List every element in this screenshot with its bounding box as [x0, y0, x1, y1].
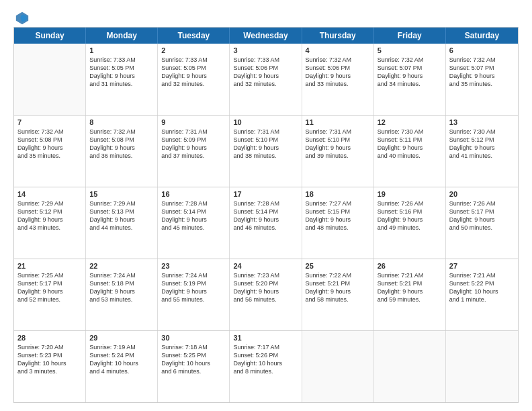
calendar-week: 28Sunrise: 7:20 AMSunset: 5:23 PMDayligh… [14, 331, 518, 402]
cell-info-line: and 52 minutes. [17, 295, 82, 304]
cell-info-line: and 48 minutes. [306, 224, 370, 232]
day-cell: 21Sunrise: 7:25 AMSunset: 5:17 PMDayligh… [14, 259, 86, 330]
cell-info-line: Sunrise: 7:20 AM [17, 343, 82, 351]
day-cell: 29Sunrise: 7:19 AMSunset: 5:24 PMDayligh… [86, 331, 158, 402]
day-cell: 2Sunrise: 7:33 AMSunset: 5:05 PMDaylight… [158, 44, 230, 115]
cell-info-line: Sunrise: 7:29 AM [89, 199, 154, 208]
cell-info-line: Daylight: 9 hours [161, 144, 226, 152]
cell-info-line: and 59 minutes. [378, 295, 442, 304]
cell-info-line: Sunset: 5:09 PM [161, 136, 226, 144]
cell-info-line: Sunset: 5:23 PM [17, 351, 82, 359]
calendar-week: 1Sunrise: 7:33 AMSunset: 5:05 PMDaylight… [14, 44, 518, 116]
day-number: 14 [17, 190, 82, 198]
day-header: Saturday [446, 28, 518, 44]
day-number: 19 [378, 190, 442, 198]
day-cell: 4Sunrise: 7:32 AMSunset: 5:06 PMDaylight… [302, 44, 374, 115]
day-cell: 7Sunrise: 7:32 AMSunset: 5:08 PMDaylight… [14, 116, 86, 187]
cell-info-line: and 33 minutes. [306, 80, 370, 88]
cell-info-line: and 8 minutes. [233, 367, 298, 375]
day-number: 9 [161, 118, 226, 126]
cell-info-line: Sunset: 5:07 PM [449, 64, 515, 72]
cell-info-line: and 34 minutes. [378, 80, 442, 88]
cell-info-line: Sunrise: 7:29 AM [17, 199, 82, 208]
cell-info-line: Sunset: 5:12 PM [449, 136, 515, 144]
cell-info-line: Sunset: 5:12 PM [17, 208, 82, 216]
empty-cell [446, 331, 518, 402]
cell-info-line: Sunrise: 7:19 AM [89, 343, 154, 351]
cell-info-line: Sunrise: 7:31 AM [306, 128, 370, 136]
cell-info-line: Daylight: 9 hours [306, 287, 370, 295]
day-number: 24 [233, 262, 298, 270]
cell-info-line: and 32 minutes. [233, 80, 298, 88]
day-number: 5 [378, 46, 442, 54]
cell-info-line: and 40 minutes. [378, 152, 442, 160]
cell-info-line: Daylight: 9 hours [89, 144, 154, 152]
calendar-week: 7Sunrise: 7:32 AMSunset: 5:08 PMDaylight… [14, 116, 518, 187]
cell-info-line: Sunset: 5:26 PM [233, 351, 298, 359]
day-number: 28 [17, 334, 82, 342]
cell-info-line: Sunrise: 7:26 AM [449, 199, 515, 208]
cell-info-line: Daylight: 9 hours [378, 72, 442, 80]
calendar-week: 14Sunrise: 7:29 AMSunset: 5:12 PMDayligh… [14, 187, 518, 259]
cell-info-line: Daylight: 9 hours [378, 144, 442, 152]
day-cell: 18Sunrise: 7:27 AMSunset: 5:15 PMDayligh… [302, 187, 374, 259]
day-cell: 9Sunrise: 7:31 AMSunset: 5:09 PMDaylight… [158, 116, 230, 187]
cell-info-line: Sunset: 5:17 PM [17, 279, 82, 287]
logo-icon [15, 11, 30, 26]
cell-info-line: Sunrise: 7:33 AM [89, 56, 154, 64]
day-cell: 12Sunrise: 7:30 AMSunset: 5:11 PMDayligh… [374, 116, 446, 187]
cell-info-line: and 35 minutes. [17, 152, 82, 160]
day-cell: 19Sunrise: 7:26 AMSunset: 5:16 PMDayligh… [374, 187, 446, 259]
cell-info-line: and 58 minutes. [306, 295, 370, 304]
cell-info-line: Daylight: 9 hours [17, 144, 82, 152]
cell-info-line: Sunrise: 7:33 AM [233, 56, 298, 64]
cell-info-line: Daylight: 9 hours [306, 144, 370, 152]
day-number: 8 [89, 118, 154, 126]
cell-info-line: Sunrise: 7:32 AM [17, 128, 82, 136]
cell-info-line: and 6 minutes. [161, 367, 226, 375]
day-number: 26 [378, 262, 442, 270]
cell-info-line: and 46 minutes. [233, 224, 298, 232]
day-cell: 31Sunrise: 7:17 AMSunset: 5:26 PMDayligh… [230, 331, 302, 402]
day-number: 17 [233, 190, 298, 198]
cell-info-line: Sunrise: 7:28 AM [233, 199, 298, 208]
day-header: Tuesday [158, 28, 230, 44]
day-cell: 14Sunrise: 7:29 AMSunset: 5:12 PMDayligh… [14, 187, 86, 259]
cell-info-line: and 4 minutes. [89, 367, 154, 375]
cell-info-line: Sunset: 5:06 PM [233, 64, 298, 72]
cell-info-line: Daylight: 10 hours [17, 359, 82, 367]
cell-info-line: Daylight: 9 hours [449, 72, 515, 80]
cell-info-line: Daylight: 9 hours [233, 216, 298, 224]
cell-info-line: Sunrise: 7:30 AM [449, 128, 515, 136]
day-cell: 28Sunrise: 7:20 AMSunset: 5:23 PMDayligh… [14, 331, 86, 402]
cell-info-line: Sunrise: 7:27 AM [306, 199, 370, 208]
cell-info-line: Daylight: 9 hours [161, 216, 226, 224]
cell-info-line: Daylight: 9 hours [161, 72, 226, 80]
day-cell: 27Sunrise: 7:21 AMSunset: 5:22 PMDayligh… [446, 259, 518, 330]
empty-cell [302, 331, 374, 402]
cell-info-line: and 1 minute. [449, 295, 515, 304]
cell-info-line: Sunrise: 7:33 AM [161, 56, 226, 64]
cell-info-line: and 37 minutes. [161, 152, 226, 160]
cell-info-line: Sunset: 5:05 PM [89, 64, 154, 72]
day-number: 20 [449, 190, 515, 198]
day-number: 31 [233, 334, 298, 342]
cell-info-line: Sunrise: 7:32 AM [449, 56, 515, 64]
cell-info-line: Daylight: 10 hours [449, 287, 515, 295]
cell-info-line: Daylight: 10 hours [233, 359, 298, 367]
cell-info-line: and 45 minutes. [161, 224, 226, 232]
day-cell: 23Sunrise: 7:24 AMSunset: 5:19 PMDayligh… [158, 259, 230, 330]
day-number: 1 [89, 46, 154, 54]
cell-info-line: Daylight: 9 hours [89, 287, 154, 295]
cell-info-line: and 39 minutes. [306, 152, 370, 160]
day-cell: 11Sunrise: 7:31 AMSunset: 5:10 PMDayligh… [302, 116, 374, 187]
cell-info-line: and 49 minutes. [378, 224, 442, 232]
day-number: 15 [89, 190, 154, 198]
day-number: 16 [161, 190, 226, 198]
day-cell: 26Sunrise: 7:21 AMSunset: 5:21 PMDayligh… [374, 259, 446, 330]
page: SundayMondayTuesdayWednesdayThursdayFrid… [0, 0, 532, 411]
cell-info-line: Sunset: 5:18 PM [89, 279, 154, 287]
cell-info-line: Sunset: 5:10 PM [306, 136, 370, 144]
day-number: 18 [306, 190, 370, 198]
cell-info-line: and 36 minutes. [89, 152, 154, 160]
